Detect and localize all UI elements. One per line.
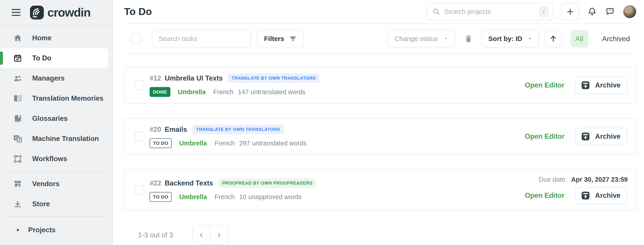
chevron-right-icon xyxy=(15,227,21,233)
task-title[interactable]: Emails xyxy=(165,126,187,134)
sidebar-item-home[interactable]: Home xyxy=(0,28,112,48)
sidebar-item-label: To Do xyxy=(32,54,52,62)
chevron-down-icon xyxy=(444,36,448,41)
task-words: 297 untranslated words xyxy=(239,140,306,147)
open-editor-link[interactable]: Open Editor xyxy=(525,81,564,89)
sort-direction-button[interactable] xyxy=(545,30,562,48)
task-list: #12 Umbrella UI Texts TRANSLATE BY OWN T… xyxy=(124,54,636,245)
user-avatar[interactable] xyxy=(623,5,636,18)
delete-tasks-button[interactable] xyxy=(464,35,473,43)
workflows-icon xyxy=(12,154,23,163)
messages-button[interactable] xyxy=(605,7,615,16)
archive-box-icon xyxy=(580,132,590,141)
task-words: 10 unapproved words xyxy=(239,193,302,201)
sidebar-item-store[interactable]: Store xyxy=(0,194,112,214)
task-title[interactable]: Umbrella UI Texts xyxy=(165,74,223,82)
create-project-button[interactable] xyxy=(562,3,579,20)
sidebar-item-projects[interactable]: Projects xyxy=(0,220,112,240)
hamburger-menu-icon[interactable] xyxy=(12,9,20,16)
project-link[interactable]: Umbrella xyxy=(178,88,206,96)
change-status-dropdown[interactable]: Change status xyxy=(388,30,455,48)
tab-archived[interactable]: Archived xyxy=(596,35,636,43)
search-projects-box[interactable]: / xyxy=(426,3,553,20)
filters-button-label: Filters xyxy=(264,35,284,43)
sidebar-item-label: Home xyxy=(32,34,52,42)
archive-box-icon xyxy=(580,191,590,200)
arrow-up-icon xyxy=(549,35,557,43)
sidebar-item-managers[interactable]: Managers xyxy=(0,68,112,88)
glossary-book-icon xyxy=(12,114,23,123)
sidebar-nav: Home To Do Managers Translation Memories xyxy=(0,25,112,245)
chat-bubble-icon xyxy=(605,7,615,16)
sort-label: Sort by: ID xyxy=(488,35,522,43)
sidebar-divider xyxy=(4,171,108,172)
archive-box-icon xyxy=(580,80,590,90)
status-badge: DONE xyxy=(150,87,170,97)
task-actions: Due date: Apr 30, 2027 23:59 Open Editor… xyxy=(525,176,628,204)
crowdin-wordmark: crowdin xyxy=(48,6,90,19)
task-row: #20 Emails TRANSLATE BY OWN TRANSLATORS … xyxy=(124,118,636,155)
previous-page-button[interactable] xyxy=(193,226,210,244)
sidebar-item-translation-memories[interactable]: Translation Memories xyxy=(0,88,112,109)
sidebar-item-label: Projects xyxy=(28,226,56,234)
task-checkbox[interactable] xyxy=(134,132,144,141)
tab-all[interactable]: All xyxy=(570,30,588,48)
filters-button[interactable]: Filters xyxy=(257,30,304,48)
sidebar-item-label: Workflows xyxy=(32,155,67,163)
task-words: 147 untranslated words xyxy=(238,88,305,96)
select-all-checkbox[interactable] xyxy=(131,34,141,44)
archive-button[interactable]: Archive xyxy=(575,187,628,204)
search-tasks-input[interactable] xyxy=(152,30,251,48)
header-actions: / xyxy=(426,3,636,20)
task-row: #22 Backend Texts PROOFREAD BY OWN PROOF… xyxy=(124,169,636,211)
archive-button[interactable]: Archive xyxy=(575,128,628,145)
home-icon xyxy=(12,34,23,43)
keyboard-shortcut-badge: / xyxy=(539,6,548,17)
next-page-button[interactable] xyxy=(210,226,228,244)
task-main: #12 Umbrella UI Texts TRANSLATE BY OWN T… xyxy=(150,73,525,97)
task-language: French xyxy=(215,193,235,201)
main-content: To Do / xyxy=(113,0,644,245)
tasks-toolbar: Filters Change status Sort by: ID xyxy=(124,24,636,54)
chevron-right-icon xyxy=(216,232,222,238)
workflow-badge: PROOFREAD BY OWN PROOFREADERS xyxy=(218,178,316,188)
status-badge: TO DO xyxy=(150,192,172,202)
task-language: French xyxy=(215,140,235,147)
search-projects-input[interactable] xyxy=(444,8,535,16)
bell-icon xyxy=(588,7,597,16)
workflow-badge: TRANSLATE BY OWN TRANSLATORS xyxy=(192,125,284,134)
trash-icon xyxy=(464,35,473,43)
task-main: #22 Backend Texts PROOFREAD BY OWN PROOF… xyxy=(150,178,525,202)
sidebar-item-label: Store xyxy=(32,200,50,208)
change-status-label: Change status xyxy=(394,35,438,43)
sidebar-item-glossaries[interactable]: Glossaries xyxy=(0,109,112,129)
open-editor-link[interactable]: Open Editor xyxy=(525,132,564,140)
sort-dropdown[interactable]: Sort by: ID xyxy=(482,30,539,48)
sidebar-item-todo[interactable]: To Do xyxy=(0,48,108,68)
crowdin-logo-icon[interactable] xyxy=(30,6,44,20)
task-id: #20 xyxy=(150,126,161,134)
task-main: #20 Emails TRANSLATE BY OWN TRANSLATORS … xyxy=(150,125,525,148)
sidebar-item-workflows[interactable]: Workflows xyxy=(0,149,112,169)
sidebar-item-vendors[interactable]: Vendors xyxy=(0,174,112,194)
task-actions: Open Editor Archive xyxy=(525,128,628,145)
project-link[interactable]: Umbrella xyxy=(179,193,207,201)
filter-icon xyxy=(289,35,297,43)
sidebar-item-machine-translation[interactable]: G Machine Translation xyxy=(0,129,112,149)
archive-button-label: Archive xyxy=(595,81,620,89)
task-checkbox[interactable] xyxy=(134,185,144,195)
open-editor-link[interactable]: Open Editor xyxy=(525,191,564,200)
due-date-label: Due date: xyxy=(539,176,567,183)
download-icon xyxy=(12,200,23,208)
archive-button-label: Archive xyxy=(595,191,620,200)
page-title: To Do xyxy=(124,6,152,18)
task-actions: Open Editor Archive xyxy=(525,77,628,94)
task-checkbox[interactable] xyxy=(134,80,144,90)
managers-people-icon xyxy=(12,74,23,83)
open-book-icon xyxy=(12,94,23,103)
task-title[interactable]: Backend Texts xyxy=(165,179,213,187)
project-link[interactable]: Umbrella xyxy=(179,140,207,147)
machine-translation-icon: G xyxy=(12,134,23,143)
notifications-button[interactable] xyxy=(588,7,597,16)
archive-button[interactable]: Archive xyxy=(575,77,628,94)
